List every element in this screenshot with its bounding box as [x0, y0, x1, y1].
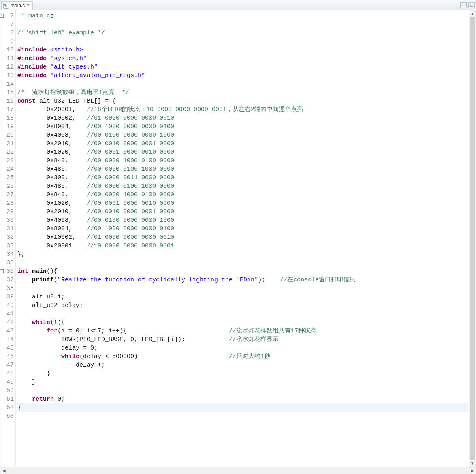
- code-line[interactable]: 0x8004, //00 1000 0000 0000 0100: [17, 122, 469, 131]
- code-line[interactable]: delay++;: [17, 361, 469, 369]
- tab-main-c[interactable]: c main.c ✕: [1, 1, 33, 10]
- code-line[interactable]: #include "system.h": [17, 54, 469, 63]
- line-number: 21: [0, 139, 14, 148]
- line-number: 24: [0, 165, 14, 174]
- code-area[interactable]: * main.c▯/*"shift led" example */#includ…: [16, 10, 469, 467]
- token: delay++;: [17, 362, 105, 369]
- code-line[interactable]: return 0;: [17, 395, 469, 403]
- code-line[interactable]: IOWR(PIO_LED_BASE, 0, LED_TBL[i]); //流水灯…: [17, 335, 469, 344]
- fold-toggle-icon[interactable]: −: [0, 269, 4, 273]
- code-line[interactable]: [17, 80, 469, 88]
- line-number: 15: [0, 88, 14, 97]
- code-line[interactable]: 0x2010, //00 0010 0000 0001 0000: [17, 208, 469, 216]
- code-line[interactable]: [17, 386, 469, 395]
- code-line[interactable]: }: [17, 403, 469, 412]
- code-line[interactable]: 0x840, //00 0000 1000 0100 0000: [17, 157, 469, 165]
- token: //00 0000 0011 0000 0000: [87, 174, 174, 181]
- code-line[interactable]: }: [17, 378, 469, 386]
- code-line[interactable]: int main(){: [17, 267, 469, 276]
- close-icon[interactable]: ✕: [26, 3, 30, 8]
- token: (delay < 500000): [79, 353, 229, 360]
- code-line[interactable]: 0x480, //00 0000 0100 1000 0000: [17, 182, 469, 191]
- scroll-right-icon[interactable]: ▶: [469, 467, 476, 474]
- minimize-button[interactable]: ▭: [460, 2, 467, 8]
- code-line[interactable]: };: [17, 250, 469, 259]
- line-number: 36−: [0, 267, 14, 276]
- token: }: [17, 404, 21, 411]
- token: "altera_avalon_pio_regs.h": [50, 72, 145, 79]
- scroll-up-icon[interactable]: ▲: [469, 10, 476, 17]
- tab-bar: c main.c ✕ ▭ ▢: [0, 0, 476, 10]
- c-file-icon: c: [3, 3, 9, 9]
- scroll-down-icon[interactable]: ▼: [469, 460, 476, 467]
- hscroll-track[interactable]: [7, 467, 469, 474]
- token: //10 0000 0000 0000 0001: [87, 242, 174, 249]
- code-line[interactable]: 0x20001, //18个LEDR的状态：10 0000 0000 0000 …: [17, 105, 469, 114]
- token: //18个LEDR的状态：10 0000 0000 0000 0001，从左右2…: [87, 106, 303, 113]
- code-line[interactable]: alt_u8 i;: [17, 293, 469, 301]
- code-line[interactable]: /*"shift led" example */: [17, 29, 469, 37]
- line-number: 28: [0, 199, 14, 208]
- code-line[interactable]: delay = 0;: [17, 344, 469, 352]
- code-line[interactable]: const alt_u32 LED_TBL[] = {: [17, 97, 469, 105]
- horizontal-scrollbar[interactable]: ◀ ▶: [0, 467, 476, 474]
- line-number: 46: [0, 352, 14, 361]
- code-line[interactable]: 0x1020, //00 0001 0000 0010 0000: [17, 199, 469, 208]
- code-line[interactable]: while(1){: [17, 318, 469, 327]
- code-line[interactable]: 0x10002, //01 0000 0000 0000 0010: [17, 233, 469, 242]
- token: //00 1000 0000 0000 0100: [87, 123, 174, 130]
- code-line[interactable]: [17, 310, 469, 318]
- token: printf: [32, 277, 54, 283]
- code-line[interactable]: [17, 284, 469, 293]
- token: 0x300,: [17, 174, 87, 181]
- code-line[interactable]: 0x300, //00 0000 0011 0000 0000: [17, 174, 469, 182]
- code-line[interactable]: 0x8004, //00 1000 0000 0000 0100: [17, 225, 469, 233]
- line-number: 39: [0, 293, 14, 301]
- code-line[interactable]: 0x840, //00 0000 1000 0100 0000: [17, 191, 469, 199]
- fold-toggle-icon[interactable]: +: [0, 14, 4, 18]
- code-line[interactable]: 0x4008, //00 0100 0000 0000 1000: [17, 216, 469, 225]
- code-line[interactable]: }: [17, 369, 469, 378]
- code-line[interactable]: 0x1020, //00 0001 0000 0010 0000: [17, 148, 469, 157]
- code-line[interactable]: * main.c▯: [17, 12, 469, 20]
- token: //00 0100 0000 0000 1000: [87, 217, 174, 224]
- code-line[interactable]: 0x2010, //00 0010 0000 0001 0000: [17, 139, 469, 148]
- token: [17, 277, 32, 283]
- token: 0x10002,: [17, 115, 87, 122]
- line-number-gutter[interactable]: 2+78910111213141516171819202122232425262…: [0, 10, 16, 467]
- code-line[interactable]: 0x10002, //01 0000 0000 0000 0010: [17, 114, 469, 122]
- code-line[interactable]: [17, 259, 469, 267]
- code-line[interactable]: alt_u32 delay;: [17, 301, 469, 310]
- line-number: 10: [0, 46, 14, 54]
- line-number: 48: [0, 369, 14, 378]
- code-line[interactable]: for(i = 0; i<17; i++){ //流水灯花样数组共有17种状态: [17, 327, 469, 335]
- maximize-button[interactable]: ▢: [468, 2, 475, 8]
- token: [47, 47, 50, 54]
- code-line[interactable]: 0x480, //00 0000 0100 1000 0000: [17, 165, 469, 174]
- line-number: 52: [0, 403, 14, 412]
- code-line[interactable]: /* 流水灯控制数组，高电平1点亮 */: [17, 88, 469, 97]
- scroll-left-icon[interactable]: ◀: [0, 467, 7, 474]
- code-line[interactable]: #include "alt_types.h": [17, 63, 469, 71]
- token: 0x2010,: [17, 208, 87, 215]
- code-line[interactable]: #include "altera_avalon_pio_regs.h": [17, 71, 469, 80]
- token: "system.h": [50, 55, 87, 62]
- scroll-thumb[interactable]: [470, 17, 475, 460]
- line-number: 33: [0, 242, 14, 250]
- code-line[interactable]: 0x20001 //10 0000 0000 0000 0001: [17, 242, 469, 250]
- token: //00 0000 1000 0100 0000: [87, 157, 174, 164]
- code-line[interactable]: while(delay < 500000) //延时大约1秒: [17, 352, 469, 361]
- maximize-icon: ▢: [470, 3, 474, 7]
- line-number: 12: [0, 63, 14, 71]
- code-line[interactable]: 0x4008, //00 0100 0000 0000 1000: [17, 131, 469, 139]
- code-line[interactable]: [17, 412, 469, 420]
- line-number: 47: [0, 361, 14, 369]
- code-line[interactable]: [17, 20, 469, 29]
- code-line[interactable]: printf("Realize the function of cyclical…: [17, 276, 469, 284]
- scroll-track[interactable]: [469, 17, 476, 460]
- token: //流水灯花样数组共有17种状态: [229, 328, 316, 335]
- code-line[interactable]: [17, 37, 469, 46]
- code-line[interactable]: #include <stdio.h>: [17, 46, 469, 54]
- token: 0x20001: [17, 242, 87, 249]
- vertical-scrollbar[interactable]: ▲ ▼: [469, 10, 476, 467]
